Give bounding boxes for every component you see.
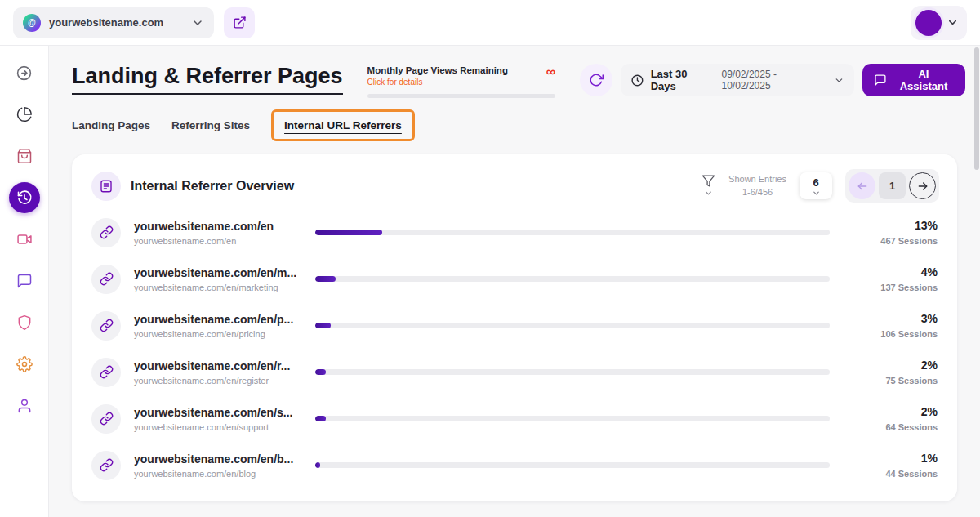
row-title: yourwebsitename.com/en/p... — [134, 313, 302, 326]
date-preset: Last 30 Days — [651, 68, 715, 92]
quota-label: Monthly Page Views Remaining — [368, 65, 508, 75]
link-icon — [91, 311, 121, 341]
row-metrics: 2% 64 Sessions — [848, 405, 939, 432]
clock-icon — [630, 74, 644, 87]
user-menu[interactable] — [911, 6, 967, 40]
open-website-button[interactable] — [224, 7, 255, 38]
card-header: Internal Referrer Overview Shown Entries… — [91, 169, 939, 203]
referrer-row[interactable]: yourwebsitename.com/en/m... yourwebsiten… — [91, 256, 939, 302]
internal-referrer-card: Internal Referrer Overview Shown Entries… — [72, 154, 957, 501]
sidebar-item-analytics[interactable] — [9, 99, 40, 130]
row-text: yourwebsitename.com/en/p... yourwebsiten… — [134, 313, 302, 339]
row-sessions: 75 Sessions — [848, 376, 938, 386]
pie-chart-icon — [16, 106, 33, 123]
row-bar-track — [315, 416, 830, 421]
page-scrollbar[interactable] — [974, 47, 979, 515]
sidebar-item-dashboard[interactable] — [9, 57, 40, 88]
row-bar-track — [315, 462, 830, 468]
sidebar — [0, 46, 49, 517]
next-page-button[interactable] — [909, 172, 936, 199]
refresh-button[interactable] — [580, 64, 612, 96]
tab-landing-pages[interactable]: Landing Pages — [72, 112, 150, 139]
ai-assistant-button[interactable]: AI Assistant — [862, 64, 965, 96]
link-icon — [91, 451, 121, 480]
sidebar-item-behaviour[interactable] — [9, 182, 40, 213]
link-icon — [91, 358, 121, 387]
row-percent: 1% — [848, 452, 938, 465]
shown-entries-value: 1-6/456 — [728, 186, 786, 199]
filter-button[interactable] — [702, 174, 715, 198]
row-sessions: 64 Sessions — [848, 422, 938, 432]
arrow-left-icon — [856, 180, 869, 193]
sidebar-item-settings[interactable] — [9, 349, 40, 380]
link-icon — [91, 404, 121, 434]
quota-progress-bar — [368, 94, 556, 98]
scrollbar-thumb[interactable] — [974, 47, 979, 170]
quota-details-link[interactable]: Click for details — [368, 78, 508, 87]
referrer-row[interactable]: yourwebsitename.com/en/r... yourwebsiten… — [91, 349, 939, 395]
website-logo-icon: @ — [23, 14, 41, 32]
prev-page-button[interactable] — [849, 172, 875, 199]
row-subtitle: yourwebsitename.com/en — [134, 236, 302, 246]
link-icon — [91, 265, 121, 294]
sidebar-item-ecommerce[interactable] — [9, 140, 40, 172]
row-sessions: 44 Sessions — [848, 469, 938, 479]
row-percent: 2% — [848, 359, 938, 372]
row-text: yourwebsitename.com/en/s... yourwebsiten… — [134, 406, 302, 432]
row-percent: 2% — [848, 405, 938, 418]
card-controls: Shown Entries 1-6/456 6 1 — [702, 169, 939, 203]
referrer-row[interactable]: yourwebsitename.com/en/s... yourwebsiten… — [91, 395, 939, 442]
header-actions: Last 30 Days 09/02/2025 - 10/02/2025 AI … — [580, 64, 965, 96]
current-page-button[interactable]: 1 — [879, 172, 906, 199]
row-title: yourwebsitename.com/en/s... — [134, 406, 302, 419]
tab-label: Landing Pages — [72, 119, 150, 131]
row-text: yourwebsitename.com/en/r... yourwebsiten… — [134, 359, 302, 386]
ai-assistant-label: AI Assistant — [893, 68, 954, 92]
pagination: 1 — [845, 169, 939, 203]
chevron-down-icon — [704, 189, 713, 198]
row-sessions: 467 Sessions — [848, 236, 938, 246]
row-percent: 3% — [848, 312, 938, 325]
page-size-selector[interactable]: 6 — [800, 172, 832, 199]
sidebar-item-account[interactable] — [9, 390, 40, 421]
sidebar-item-privacy[interactable] — [9, 307, 40, 338]
tab-internal-url-referrers[interactable]: Internal URL Referrers — [271, 109, 415, 141]
sidebar-item-communication[interactable] — [9, 265, 40, 296]
row-sessions: 137 Sessions — [848, 283, 938, 292]
website-name: yourwebsitename.com — [49, 16, 183, 29]
tab-label: Referring Sites — [172, 119, 250, 131]
report-icon — [91, 172, 121, 201]
shopping-bag-icon — [16, 148, 33, 164]
row-sessions: 106 Sessions — [848, 329, 938, 339]
funnel-icon — [702, 174, 715, 188]
sidebar-item-recordings[interactable] — [9, 224, 40, 255]
dashboard-icon — [16, 65, 33, 82]
row-subtitle: yourwebsitename.com/en/pricing — [134, 329, 302, 339]
shown-entries-label: Shown Entries — [728, 173, 786, 186]
row-bar-track — [315, 369, 830, 375]
page-title: Landing & Referrer Pages — [72, 64, 343, 95]
row-metrics: 3% 106 Sessions — [848, 312, 939, 339]
camera-icon — [16, 231, 33, 247]
link-icon — [91, 218, 121, 247]
row-bar-fill — [315, 323, 331, 328]
row-text: yourwebsitename.com/en/m... yourwebsiten… — [134, 266, 302, 292]
row-bar-fill — [315, 369, 326, 375]
referrer-rows: yourwebsitename.com/en yourwebsitename.c… — [91, 209, 939, 488]
referrer-row[interactable]: yourwebsitename.com/en/b... yourwebsiten… — [91, 442, 939, 488]
tab-referring-sites[interactable]: Referring Sites — [172, 112, 250, 139]
date-range-selector[interactable]: Last 30 Days 09/02/2025 - 10/02/2025 — [621, 64, 854, 96]
referrer-row[interactable]: yourwebsitename.com/en/p... yourwebsiten… — [91, 302, 939, 349]
main-content: Landing & Referrer Pages Monthly Page Vi… — [49, 46, 980, 517]
chat-icon — [874, 74, 887, 87]
chevron-down-icon — [812, 189, 821, 198]
website-selector[interactable]: @ yourwebsitename.com — [13, 7, 214, 38]
row-metrics: 4% 137 Sessions — [848, 265, 939, 292]
row-bar-fill — [315, 462, 320, 468]
row-title: yourwebsitename.com/en/m... — [134, 266, 302, 279]
referrer-row[interactable]: yourwebsitename.com/en yourwebsitename.c… — [91, 209, 939, 256]
screen: @ yourwebsitename.com — [0, 0, 980, 517]
user-icon — [16, 398, 33, 414]
row-title: yourwebsitename.com/en/r... — [134, 359, 302, 372]
avatar — [915, 10, 942, 36]
